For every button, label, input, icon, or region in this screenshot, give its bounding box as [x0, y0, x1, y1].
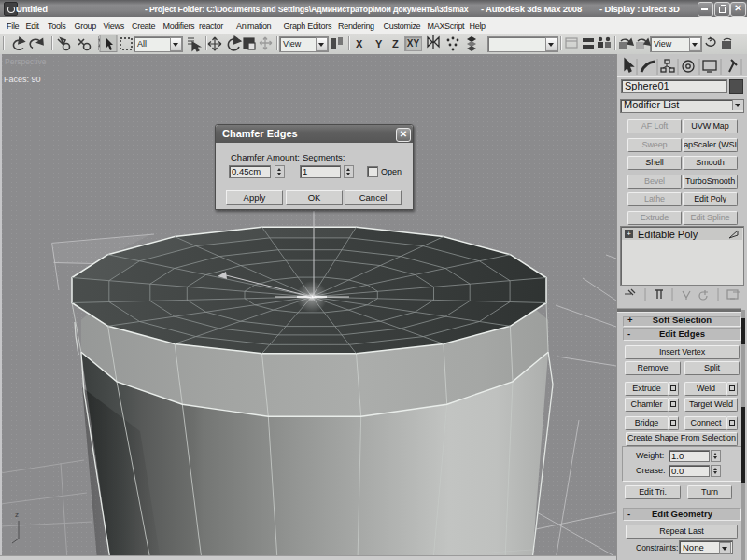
- svg-text:z: z: [15, 511, 19, 519]
